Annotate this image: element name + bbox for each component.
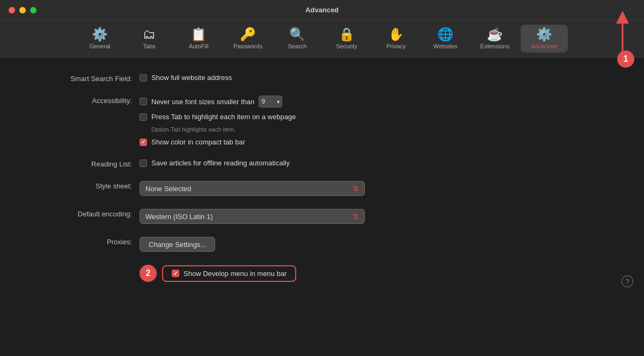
default-encoding-select[interactable]: Western (ISO Latin 1) ⇅ [140,209,365,224]
develop-menu-checkbox[interactable] [172,270,179,277]
stylesheet-controls: None Selected ⇅ [140,181,365,196]
default-encoding-value: Western (ISO Latin 1) [145,213,213,221]
default-encoding-label: Default encoding: [32,209,140,218]
press-tab-row: Press Tab to highlight each item on a we… [140,113,296,121]
press-tab-checkbox[interactable] [140,113,147,121]
toolbar-item-websites[interactable]: 🌐 Websites [422,25,469,53]
privacy-label: Privacy [386,43,406,49]
search-label: Search [288,43,307,49]
security-label: Security [336,43,357,49]
stylesheet-label: Style sheet: [32,181,140,190]
annotation-circle-1: 1 [617,50,634,68]
save-articles-label: Save articles for offline reading automa… [151,159,290,167]
traffic-lights [9,7,36,13]
advanced-icon: ⚙️ [536,28,552,41]
reading-list-controls: Save articles for offline reading automa… [140,159,290,167]
show-full-address-label: Show full website address [151,74,232,82]
show-color-checkbox[interactable] [140,139,147,146]
press-tab-label: Press Tab to highlight each item on a we… [151,113,296,121]
font-size-chevron-icon: ▾ [277,99,280,105]
toolbar-item-passwords[interactable]: 🔑 Passwords [224,25,272,53]
show-full-address-checkbox[interactable] [140,74,147,82]
accessibility-row: Accessibility: Never use font sizes smal… [32,96,612,146]
toolbar-item-extensions[interactable]: ☕ Extensions [471,25,518,53]
develop-menu-wrapper: 2 Show Develop menu in menu bar [140,265,612,282]
stylesheet-select[interactable]: None Selected ⇅ [140,181,365,196]
stylesheet-chevron-icon: ⇅ [353,184,359,193]
toolbar: ⚙️ General 🗂 Tabs 📋 AutoFill 🔑 Passwords… [0,20,644,57]
toolbar-item-search[interactable]: 🔍 Search [274,25,321,53]
title-bar: Advanced [0,0,644,20]
toolbar-item-privacy[interactable]: ✋ Privacy [372,25,420,53]
develop-menu-label: Show Develop menu in menu bar [184,270,287,278]
smart-search-field-row: Smart Search Field: Show full website ad… [32,74,612,83]
accessibility-label: Accessibility: [32,96,140,105]
maximize-button[interactable] [30,7,36,13]
smart-search-field-label: Smart Search Field: [32,74,140,83]
tabs-label: Tabs [143,43,155,49]
stylesheet-row: Style sheet: None Selected ⇅ [32,181,612,196]
autofill-icon: 📋 [191,28,207,41]
font-size-select[interactable]: 9 ▾ [259,96,282,107]
show-color-row: Show color in compact tab bar [140,138,296,146]
accessibility-controls: Never use font sizes smaller than 9 ▾ Pr… [140,96,296,146]
smart-search-field-controls: Show full website address [140,74,232,82]
proxies-label: Proxies: [32,237,140,246]
search-icon: 🔍 [289,28,305,41]
close-button[interactable] [9,7,15,13]
show-color-label: Show color in compact tab bar [151,138,245,146]
settings-content: 1 Smart Search Field: Show full website … [0,57,644,298]
default-encoding-controls: Western (ISO Latin 1) ⇅ [140,209,365,224]
general-label: General [89,43,110,49]
show-full-address-row: Show full website address [140,74,232,82]
extensions-icon: ☕ [487,28,503,41]
extensions-label: Extensions [480,43,509,49]
develop-menu-highlight-box: Show Develop menu in menu bar [162,265,296,282]
toolbar-item-general[interactable]: ⚙️ General [76,25,123,53]
general-icon: ⚙️ [92,28,108,41]
autofill-label: AutoFill [189,43,209,49]
toolbar-item-security[interactable]: 🔒 Security [323,25,370,53]
reading-list-row: Reading List: Save articles for offline … [32,159,612,168]
proxies-row: Proxies: Change Settings... [32,237,612,252]
stylesheet-value: None Selected [145,185,191,193]
minimize-button[interactable] [19,7,26,13]
never-font-size-label: Never use font sizes smaller than [151,98,254,106]
tab-hint-text: Option-Tab highlights each item. [151,126,296,133]
save-articles-checkbox[interactable] [140,159,147,167]
change-settings-button[interactable]: Change Settings... [140,237,215,252]
annotation-1-container: 1 [591,6,634,68]
advanced-label: Advanced [531,43,558,49]
never-font-size-row: Never use font sizes smaller than 9 ▾ [140,96,296,107]
reading-list-label: Reading List: [32,159,140,168]
toolbar-item-advanced[interactable]: ⚙️ Advanced [521,25,568,53]
proxies-controls: Change Settings... [140,237,215,252]
encoding-chevron-icon: ⇅ [353,212,359,221]
websites-icon: 🌐 [437,28,453,41]
websites-label: Websites [433,43,457,49]
passwords-icon: 🔑 [240,28,256,41]
toolbar-item-tabs[interactable]: 🗂 Tabs [126,25,173,53]
never-font-size-checkbox[interactable] [140,98,147,105]
help-button[interactable]: ? [621,275,633,287]
toolbar-item-autofill[interactable]: 📋 AutoFill [175,25,222,53]
passwords-label: Passwords [233,43,262,49]
privacy-icon: ✋ [388,28,404,41]
save-articles-row: Save articles for offline reading automa… [140,159,290,167]
window-title: Advanced [305,6,339,14]
tabs-icon: 🗂 [143,28,156,41]
security-icon: 🔒 [339,28,355,41]
annotation-circle-2: 2 [140,265,157,282]
default-encoding-row: Default encoding: Western (ISO Latin 1) … [32,209,612,224]
